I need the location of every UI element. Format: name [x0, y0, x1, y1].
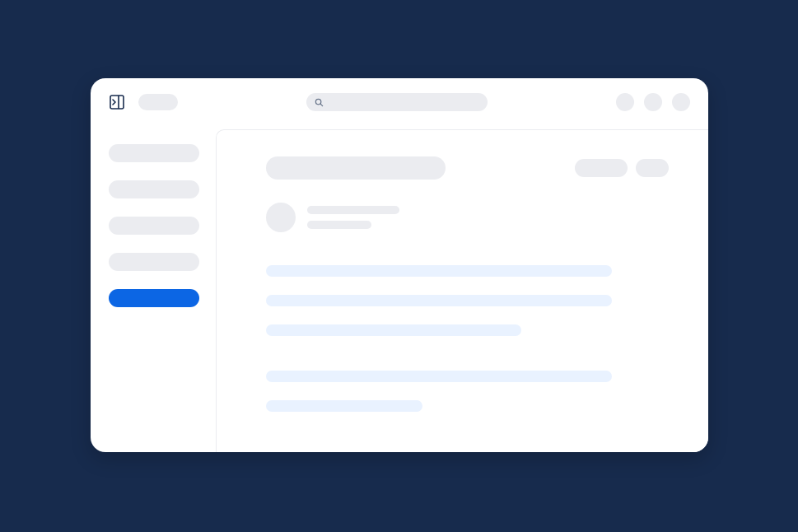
header	[91, 78, 708, 126]
sidebar	[91, 126, 216, 452]
author-row	[266, 203, 669, 232]
app-logo[interactable]	[138, 94, 178, 110]
sidebar-toggle-icon[interactable]	[109, 94, 125, 110]
svg-rect-0	[110, 96, 124, 109]
action-button-secondary[interactable]	[636, 159, 669, 177]
author-name	[307, 206, 399, 214]
header-action-2[interactable]	[644, 93, 662, 111]
nav-item-4[interactable]	[109, 253, 199, 271]
action-buttons	[575, 159, 669, 177]
content-header	[266, 156, 669, 180]
content-line	[266, 265, 612, 277]
content-line	[266, 295, 612, 306]
content-line	[266, 400, 422, 412]
nav-item-2[interactable]	[109, 180, 199, 198]
author-metadata	[307, 221, 371, 229]
header-action-3[interactable]	[672, 93, 690, 111]
action-button-primary[interactable]	[575, 159, 628, 177]
page-title	[266, 156, 446, 180]
content-body	[266, 265, 669, 412]
nav-item-5-active[interactable]	[109, 289, 199, 307]
nav-item-1[interactable]	[109, 144, 199, 162]
avatar[interactable]	[266, 203, 296, 232]
app-body	[91, 126, 708, 452]
author-meta	[307, 206, 399, 229]
search-icon	[315, 98, 324, 107]
header-actions	[616, 93, 690, 111]
content-line	[266, 324, 521, 336]
search-input[interactable]	[306, 93, 488, 111]
app-window	[91, 78, 708, 452]
content-wrap	[216, 126, 708, 452]
content-panel	[216, 129, 708, 452]
nav-item-3[interactable]	[109, 217, 199, 235]
header-action-1[interactable]	[616, 93, 634, 111]
svg-line-3	[320, 104, 322, 105]
content-line	[266, 371, 612, 382]
